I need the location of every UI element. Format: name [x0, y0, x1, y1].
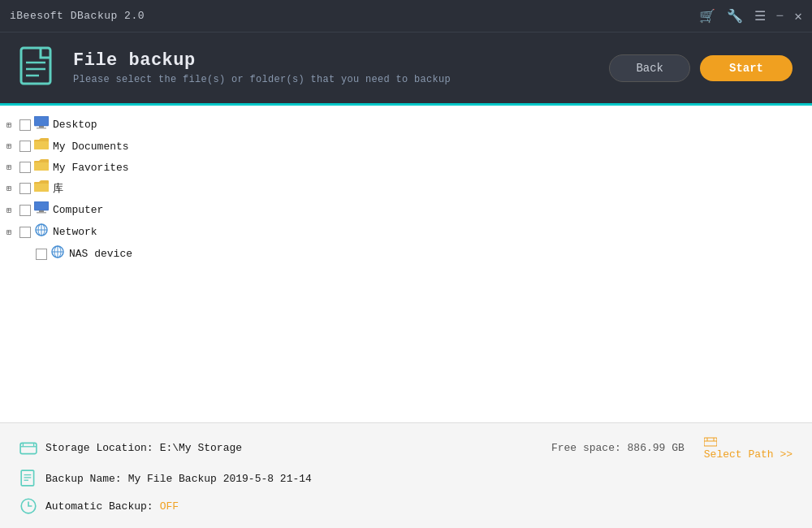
checkbox-computer[interactable]	[19, 205, 31, 216]
close-button[interactable]: ✕	[794, 8, 802, 24]
tree-item-desktop[interactable]: ⊞ Desktop	[0, 114, 812, 136]
expander-ku[interactable]: ⊞	[6, 184, 18, 193]
svg-rect-25	[704, 438, 717, 446]
menu-icon[interactable]: ☰	[754, 8, 766, 24]
app-icon	[19, 46, 58, 90]
storage-location-label: Storage Location:	[45, 442, 153, 454]
backup-name-label: Backup Name:	[45, 473, 122, 485]
expander-network[interactable]: ⊞	[6, 227, 18, 237]
svg-rect-4	[34, 116, 49, 126]
tree-label-ku: 库	[53, 181, 63, 196]
select-path-area: Select Path >>	[704, 436, 793, 461]
footer-panel: Storage Location: E:\My Storage Free spa…	[0, 422, 812, 528]
tree-label-my-documents: My Documents	[53, 141, 129, 153]
svg-rect-10	[34, 201, 49, 210]
svg-rect-5	[39, 126, 44, 128]
checkbox-desktop[interactable]	[19, 119, 31, 131]
desktop-icon	[34, 116, 49, 133]
auto-backup-icon	[19, 497, 37, 515]
backup-name-value: My File Backup 2019-5-8 21-14	[128, 473, 312, 485]
storage-location-icon	[19, 439, 37, 457]
tree-label-nas: NAS device	[69, 248, 132, 260]
checkbox-nas[interactable]	[36, 249, 47, 260]
auto-backup-row: Automatic Backup: OFF	[19, 497, 793, 515]
computer-icon	[34, 201, 49, 219]
svg-rect-8	[34, 162, 49, 171]
wrench-icon[interactable]: 🔧	[727, 8, 743, 24]
svg-rect-11	[39, 210, 44, 212]
minimize-button[interactable]: ─	[777, 10, 784, 22]
titlebar: iBeesoft DBackup 2.0 🛒 🔧 ☰ ─ ✕	[0, 0, 812, 32]
header-bar: File backup Please select the file(s) or…	[0, 32, 812, 106]
checkbox-network[interactable]	[19, 227, 31, 238]
tree-item-network[interactable]: ⊞ Network	[0, 221, 812, 243]
backup-name-row: Backup Name: My File Backup 2019-5-8 21-…	[19, 470, 793, 487]
expander-computer[interactable]: ⊞	[6, 206, 18, 215]
expander-my-favorites[interactable]: ⊞	[6, 162, 18, 172]
file-tree-panel: ⊞ Desktop ⊞ My Documents ⊞	[0, 106, 812, 422]
svg-rect-9	[34, 184, 49, 192]
expander-desktop[interactable]: ⊞	[6, 120, 18, 130]
app-title: iBeesoft DBackup 2.0	[10, 10, 145, 22]
header-left: File backup Please select the file(s) or…	[19, 46, 451, 90]
folder-my-documents-icon	[34, 138, 49, 154]
tree-item-nas-device[interactable]: NAS device	[0, 243, 812, 265]
tree-label-network: Network	[53, 226, 97, 238]
page-subtitle: Please select the file(s) or folder(s) t…	[73, 74, 451, 85]
folder-ku-icon	[34, 180, 49, 197]
network-icon	[34, 223, 49, 240]
cart-icon[interactable]: 🛒	[699, 8, 715, 24]
select-path-button[interactable]: Select Path >>	[704, 448, 793, 461]
checkbox-my-favorites[interactable]	[19, 162, 31, 173]
svg-rect-7	[34, 141, 49, 149]
tree-label-my-favorites: My Favorites	[53, 162, 129, 174]
svg-rect-6	[37, 128, 46, 129]
tree-item-my-documents[interactable]: ⊞ My Documents	[0, 136, 812, 157]
storage-location-value: E:\My Storage	[160, 442, 242, 454]
select-path-icon	[704, 436, 717, 448]
header-buttons: Back Start	[609, 54, 793, 82]
svg-rect-0	[21, 48, 50, 84]
checkbox-ku[interactable]	[19, 183, 31, 194]
tree-item-ku[interactable]: ⊞ 库	[0, 178, 812, 199]
tree-label-computer: Computer	[53, 204, 103, 216]
nas-icon	[50, 245, 65, 262]
free-space-text: Free space: 886.99 GB	[551, 442, 685, 454]
checkbox-my-documents[interactable]	[19, 141, 31, 152]
storage-location-row: Storage Location: E:\My Storage Free spa…	[19, 436, 793, 461]
folder-my-favorites-icon	[34, 159, 49, 175]
tree-label-desktop: Desktop	[53, 119, 97, 131]
tree-item-computer[interactable]: ⊞ Computer	[0, 199, 812, 221]
start-button[interactable]: Start	[700, 55, 793, 81]
page-title: File backup	[73, 50, 451, 71]
svg-rect-12	[37, 212, 46, 214]
auto-backup-toggle[interactable]: OFF	[160, 500, 179, 513]
window-controls: 🛒 🔧 ☰ ─ ✕	[699, 8, 802, 24]
tree-item-my-favorites[interactable]: ⊞ My Favorites	[0, 157, 812, 178]
backup-name-icon	[19, 470, 37, 487]
auto-backup-label: Automatic Backup:	[45, 500, 153, 513]
back-button[interactable]: Back	[609, 54, 690, 82]
header-text: File backup Please select the file(s) or…	[73, 50, 451, 85]
expander-my-documents[interactable]: ⊞	[6, 141, 18, 151]
